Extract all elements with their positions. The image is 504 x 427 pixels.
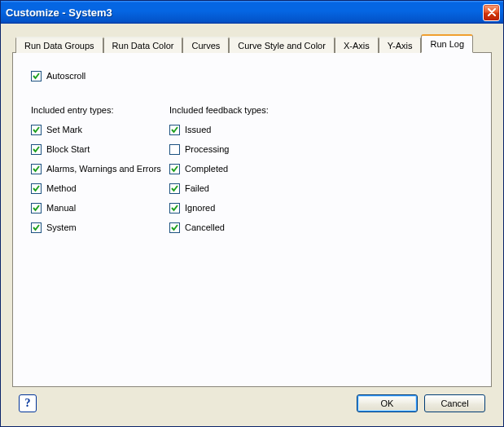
entry-row: System bbox=[31, 219, 169, 236]
entry-checkbox-method[interactable] bbox=[31, 183, 42, 194]
check-icon bbox=[170, 184, 179, 193]
feedback-row: Completed bbox=[169, 161, 308, 177]
entry-checkbox-set-mark[interactable] bbox=[31, 125, 42, 135]
tab-run-log[interactable]: Run Log bbox=[421, 34, 473, 53]
check-icon bbox=[170, 165, 179, 174]
titlebar: Customize - System3 bbox=[1, 1, 503, 24]
entry-row: Block Start bbox=[31, 141, 169, 157]
close-icon bbox=[488, 8, 496, 16]
entry-row: Method bbox=[31, 180, 169, 196]
entry-types-column: Included entry types: Set Mark Block Sta… bbox=[31, 105, 169, 239]
entry-label: Block Start bbox=[46, 144, 90, 154]
entry-row: Manual bbox=[31, 200, 169, 216]
help-icon: ? bbox=[25, 397, 31, 410]
entry-row: Set Mark bbox=[31, 121, 169, 138]
feedback-checkbox-failed[interactable] bbox=[169, 183, 180, 194]
entry-label: Manual bbox=[46, 203, 76, 213]
check-icon bbox=[32, 223, 41, 232]
help-button[interactable]: ? bbox=[19, 394, 37, 412]
close-button[interactable] bbox=[483, 4, 500, 21]
tab-panel-run-log: Autoscroll Included entry types: Set Mar… bbox=[12, 52, 492, 387]
feedback-label: Failed bbox=[185, 183, 209, 193]
check-icon bbox=[170, 204, 179, 213]
entry-checkbox-manual[interactable] bbox=[31, 203, 42, 214]
feedback-types-header: Included feedback types: bbox=[169, 105, 308, 115]
ok-button[interactable]: OK bbox=[357, 394, 418, 412]
feedback-row: Failed bbox=[169, 180, 308, 196]
check-icon bbox=[32, 125, 41, 134]
tab-x-axis[interactable]: X-Axis bbox=[335, 37, 379, 53]
feedback-checkbox-cancelled[interactable] bbox=[169, 222, 180, 233]
check-icon bbox=[32, 165, 41, 174]
tab-run-data-groups[interactable]: Run Data Groups bbox=[15, 37, 103, 53]
client-area: Run Data Groups Run Data Color Curves Cu… bbox=[1, 24, 503, 426]
tab-run-data-color[interactable]: Run Data Color bbox=[103, 37, 183, 53]
entry-checkbox-system[interactable] bbox=[31, 222, 42, 233]
autoscroll-label: Autoscroll bbox=[46, 71, 85, 81]
entry-label: System bbox=[46, 222, 77, 232]
entry-label: Method bbox=[46, 183, 77, 193]
feedback-checkbox-completed[interactable] bbox=[169, 164, 180, 174]
feedback-label: Processing bbox=[185, 144, 229, 154]
entry-row: Alarms, Warnings and Errors bbox=[31, 161, 169, 177]
feedback-checkbox-ignored[interactable] bbox=[169, 203, 180, 214]
feedback-row: Issued bbox=[169, 121, 308, 138]
check-icon bbox=[32, 72, 41, 81]
feedback-label: Cancelled bbox=[185, 222, 225, 232]
feedback-checkbox-processing[interactable] bbox=[169, 144, 180, 155]
feedback-label: Issued bbox=[185, 125, 211, 134]
check-icon bbox=[32, 204, 41, 213]
feedback-label: Completed bbox=[185, 164, 228, 174]
window-title: Customize - System3 bbox=[6, 7, 483, 19]
entry-checkbox-alarms[interactable] bbox=[31, 164, 42, 174]
feedback-checkbox-issued[interactable] bbox=[169, 125, 180, 135]
check-icon bbox=[170, 223, 179, 232]
feedback-types-column: Included feedback types: Issued Processi… bbox=[169, 105, 308, 239]
feedback-row: Ignored bbox=[169, 200, 308, 216]
entry-label: Set Mark bbox=[46, 125, 82, 134]
customize-window: Customize - System3 Run Data Groups Run … bbox=[0, 0, 504, 427]
autoscroll-row: Autoscroll bbox=[31, 68, 473, 84]
entry-label: Alarms, Warnings and Errors bbox=[46, 164, 161, 174]
entry-types-header: Included entry types: bbox=[31, 105, 169, 115]
tabstrip: Run Data Groups Run Data Color Curves Cu… bbox=[12, 33, 492, 52]
autoscroll-checkbox[interactable] bbox=[31, 71, 42, 81]
feedback-row: Cancelled bbox=[169, 219, 308, 236]
tab-curves[interactable]: Curves bbox=[182, 37, 229, 53]
types-section: Included entry types: Set Mark Block Sta… bbox=[31, 105, 473, 239]
check-icon bbox=[170, 125, 179, 134]
feedback-row: Processing bbox=[169, 141, 308, 157]
tab-y-axis[interactable]: Y-Axis bbox=[379, 37, 422, 53]
entry-checkbox-block-start[interactable] bbox=[31, 144, 42, 155]
cancel-button[interactable]: Cancel bbox=[424, 394, 485, 412]
check-icon bbox=[32, 145, 41, 154]
button-bar: ? OK Cancel bbox=[12, 387, 492, 420]
feedback-label: Ignored bbox=[185, 203, 215, 213]
check-icon bbox=[32, 184, 41, 193]
tab-curve-style-and-color[interactable]: Curve Style and Color bbox=[229, 37, 335, 53]
